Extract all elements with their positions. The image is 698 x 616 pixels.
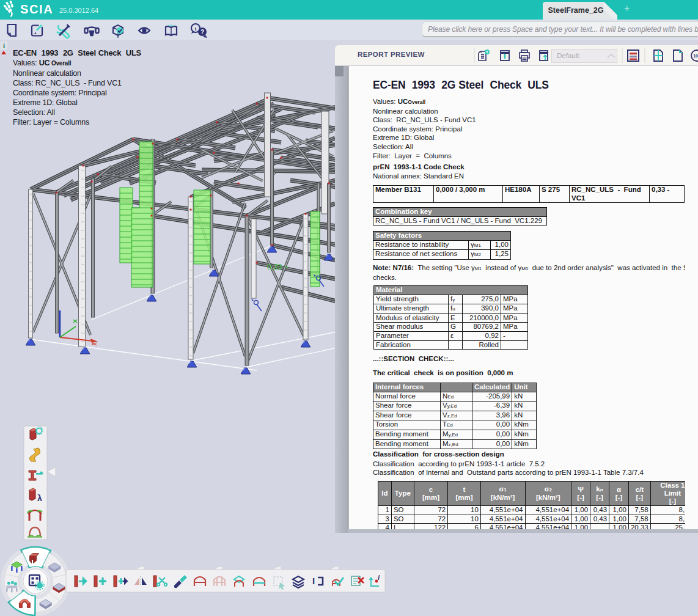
svg-text:0,33 ~: 0,33 ~ — [267, 263, 288, 271]
svg-text:?: ? — [200, 29, 204, 35]
svg-text:i: i — [195, 26, 197, 32]
svg-text:100: 100 — [693, 54, 698, 58]
svg-text:SteelFrame_2G: SteelFrame_2G — [548, 6, 603, 15]
svg-text:I: I — [312, 576, 315, 586]
svg-text:λ: λ — [37, 493, 42, 503]
